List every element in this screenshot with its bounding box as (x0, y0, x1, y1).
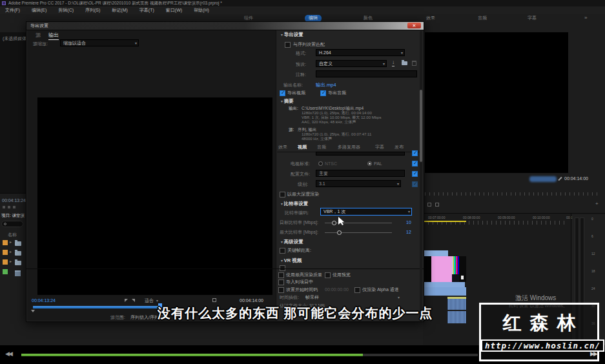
clip-thumbnail-pink[interactable] (431, 256, 452, 282)
menu-titles[interactable]: 字幕(T) (139, 7, 154, 14)
range-start-handle[interactable] (31, 310, 35, 312)
profile-field[interactable]: 主要 (316, 170, 405, 177)
pal-radio[interactable] (367, 161, 372, 166)
project-panel-tab[interactable]: 项目: 课堂演 (1, 213, 25, 218)
project-search-input[interactable] (1, 221, 23, 227)
close-button[interactable]: ✕ (407, 23, 421, 28)
max-bitrate-value[interactable]: 12 (406, 230, 411, 236)
save-preset-icon[interactable]: ↓ (392, 59, 395, 66)
bitrate-encoding-select[interactable]: VBR，1 次 (320, 208, 412, 216)
transport-icon[interactable] (8, 206, 10, 208)
max-bitrate-slider[interactable] (325, 232, 392, 233)
audio-clip-waveform[interactable] (447, 299, 466, 310)
timeline-tool-icon[interactable] (435, 203, 439, 207)
max-bitrate-handle[interactable] (337, 230, 342, 235)
audio-clip-waveform[interactable] (447, 311, 466, 323)
level-select[interactable]: 3.1 (316, 180, 401, 187)
snapshot-icon[interactable] (212, 298, 216, 302)
import-preset-folder-icon[interactable] (402, 61, 407, 65)
bin-folder-icon[interactable] (15, 241, 21, 246)
keyframe-checkbox[interactable] (280, 248, 285, 254)
workspace-tab-audio[interactable]: 音频 (478, 15, 487, 21)
bitrate-settings-header[interactable]: 比特率设置 (281, 201, 308, 207)
twirl-right-icon[interactable]: ▸ (10, 250, 12, 255)
clip-name-bar[interactable]: 镜头生态瓶，镜头瓶车 (424, 282, 465, 287)
target-bitrate-handle[interactable] (332, 221, 336, 225)
tab-output[interactable]: 输出 (48, 32, 59, 40)
format-select[interactable]: H.264 (316, 49, 405, 56)
bin-color-label[interactable] (3, 250, 8, 255)
dialog-titlebar[interactable]: 导出设置 ✕ (26, 22, 424, 30)
scrollbar-track[interactable] (420, 31, 422, 320)
transport-icon[interactable] (3, 206, 5, 208)
summary-header[interactable]: 摘要 (281, 98, 294, 105)
import-into-project-checkbox[interactable] (278, 279, 284, 285)
vr-video-header[interactable]: VR 视频 (281, 258, 302, 264)
match-source-checkbox[interactable] (412, 161, 418, 167)
preview-current-timecode[interactable]: 00:04:13:24 (32, 298, 56, 304)
delete-preset-trash-icon[interactable] (412, 61, 416, 66)
bin-folder-icon[interactable] (15, 261, 21, 265)
preset-select[interactable]: 自定义 (316, 60, 387, 67)
match-source-checkbox[interactable] (412, 171, 418, 177)
export-audio-checkbox[interactable] (320, 90, 326, 96)
video-clip[interactable] (424, 287, 466, 296)
menu-markers[interactable]: 标记(M) (112, 7, 128, 14)
workspace-tab-color[interactable]: 颜色 (364, 15, 373, 21)
tab-video[interactable]: 视频 (298, 145, 307, 150)
match-sequence-checkbox[interactable] (285, 42, 291, 48)
render-alpha-checkbox[interactable] (354, 287, 360, 293)
tab-multiplexer[interactable]: 多路复用器 (338, 145, 360, 150)
bin-folder-icon[interactable] (15, 251, 21, 256)
transport-icon[interactable] (13, 206, 15, 208)
tab-effects[interactable]: 效果 (278, 145, 287, 150)
advanced-settings-header[interactable]: 高级设置 (281, 239, 303, 245)
menu-edit[interactable]: 编辑(E) (32, 7, 46, 14)
menu-file[interactable]: 文件(F) (5, 7, 20, 14)
source-scaling-select[interactable]: 缩放以适合 (60, 39, 139, 46)
monitor-scrub-ruler[interactable] (425, 192, 600, 196)
clip-thumbnail[interactable] (424, 256, 431, 282)
menu-window[interactable]: 窗口(W) (166, 7, 182, 14)
preview-range-bar[interactable] (33, 306, 162, 308)
bin-color-label[interactable] (3, 259, 8, 265)
scrollbar-thumb[interactable] (420, 90, 422, 162)
twirl-right-icon[interactable]: ▸ (10, 240, 12, 245)
target-bitrate-value[interactable]: 10 (406, 220, 411, 226)
fast-forward-icon[interactable]: ▶▶ (590, 350, 597, 358)
twirl-right-icon[interactable]: ▸ (10, 259, 12, 265)
max-depth-checkbox[interactable] (280, 192, 285, 197)
source-monitor-timecode[interactable]: 00:04:13:24 (2, 198, 26, 204)
comments-input[interactable] (316, 70, 417, 77)
clip-name-bar[interactable] (424, 250, 448, 256)
match-source-checkbox[interactable] (412, 150, 418, 156)
export-video-checkbox[interactable] (280, 90, 285, 96)
menu-sequence[interactable]: 序列(S) (85, 7, 100, 14)
tab-publish[interactable]: 发布 (395, 145, 404, 150)
workspace-tab-titles[interactable]: 字幕 (528, 15, 537, 21)
menu-help[interactable]: 帮助(H) (194, 7, 209, 14)
clipped-field[interactable] (316, 152, 405, 156)
preview-zoom-select[interactable]: 适合 (145, 298, 154, 304)
menu-clip[interactable]: 剪辑(C) (58, 7, 74, 14)
tab-source[interactable]: 源 (36, 32, 41, 39)
window-titlebar[interactable]: Adobe Premiere Pro CC 2017 - D:\OL课程\OL-… (0, 0, 605, 6)
tab-audio[interactable]: 音频 (317, 145, 326, 150)
clip-thumbnail[interactable] (452, 274, 459, 282)
sequence-icon[interactable] (15, 270, 21, 276)
clip-color-label[interactable] (3, 269, 8, 274)
workspace-tab-assembly[interactable]: 组件 (244, 15, 253, 21)
time-interpolation-select[interactable]: 帧采样 (305, 295, 319, 301)
timeline-tool-icon[interactable] (427, 203, 431, 207)
workspace-tab-effects[interactable]: 效果 (426, 15, 435, 21)
output-name-link[interactable]: 输出.mp4 (316, 82, 336, 88)
set-start-timecode-checkbox[interactable] (278, 287, 284, 293)
project-column-name-header[interactable]: 名称 (8, 232, 17, 238)
use-previews-checkbox[interactable] (325, 272, 331, 278)
tab-captions[interactable]: 字幕 (375, 145, 384, 150)
add-track-plus-icon[interactable]: + (595, 201, 599, 207)
export-settings-header[interactable]: 导出设置 (281, 32, 303, 38)
clip-thumbnail-colorbars[interactable] (452, 256, 459, 274)
bin-color-label[interactable] (3, 240, 8, 245)
rewind-icon[interactable]: ◀◀ (5, 350, 12, 358)
